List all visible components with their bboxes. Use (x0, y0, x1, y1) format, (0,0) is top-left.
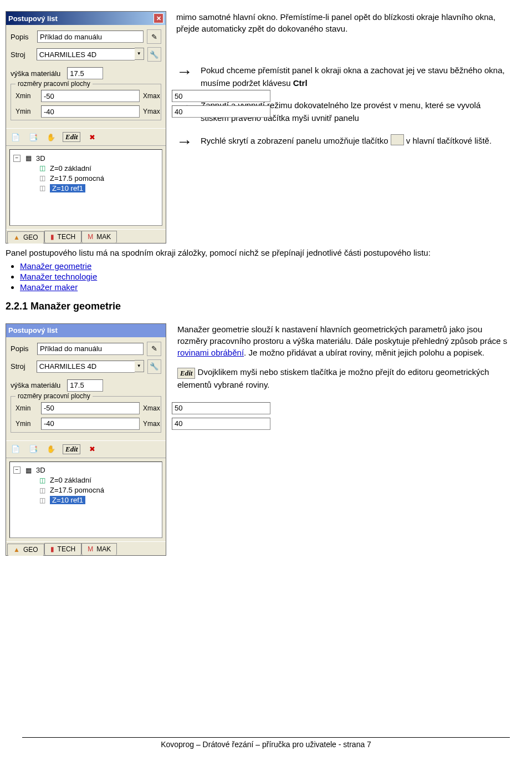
link-rovinami-obrabeni[interactable]: rovinami obrábění (177, 348, 244, 357)
rozmery-legend: rozměry pracovní plochy (16, 392, 93, 400)
wrench-icon[interactable]: 🔧 (147, 47, 161, 62)
plane-icon: ◫ (38, 486, 47, 495)
stroj-value[interactable] (37, 48, 135, 60)
plane-tree[interactable]: − ▦ 3D ◫ Z=0 základní ◫ Z=17.5 pomocná ◫… (9, 149, 162, 226)
popis-input[interactable] (37, 31, 144, 43)
wrench-icon[interactable]: 🔧 (147, 359, 161, 374)
page-footer: Kovoprog – Drátové řezání – příručka pro… (22, 737, 510, 749)
label-xmax: Xmax (143, 92, 168, 100)
rename-icon[interactable]: ✎ (147, 29, 161, 44)
layers-icon: ▦ (24, 466, 33, 475)
rozmery-legend: rozměry pracovní plochy (16, 80, 93, 88)
intro-paragraph: mimo samotné hlavní okno. Přemístíme-li … (176, 11, 510, 34)
label-ymin: Ymin (16, 108, 38, 115)
delete-icon[interactable]: ✖ (86, 443, 98, 455)
panel-titlebar[interactable]: Postupový list (6, 324, 166, 337)
tree-item[interactable]: Z=0 základní (50, 164, 91, 173)
tab-label: TECH (58, 233, 76, 241)
stroj-combobox[interactable]: ▼ (37, 361, 144, 373)
mak-icon: M (88, 233, 93, 241)
tab-label: GEO (23, 546, 38, 554)
tab-geo[interactable]: ▲ GEO (7, 544, 44, 556)
label-vyska: výška materiálu (11, 69, 60, 78)
tab-label: TECH (58, 545, 76, 553)
plane-icon: ◫ (38, 164, 47, 173)
ctrl-key: Ctrl (293, 78, 308, 88)
chevron-down-icon[interactable]: ▼ (135, 48, 144, 60)
ymin-input[interactable] (41, 418, 140, 430)
text-span: Manažer geometrie slouží k nastavení hla… (177, 324, 507, 346)
xmin-input[interactable] (41, 90, 140, 102)
link-manazer-maker[interactable]: Manažer maker (20, 282, 78, 292)
label-xmin: Xmin (16, 404, 38, 412)
rename-icon[interactable]: ✎ (147, 342, 161, 356)
panel-title: Postupový list (8, 326, 163, 334)
panel-toolbar: 📄 📑 ✋ Edit ✖ (6, 440, 166, 458)
label-ymax: Ymax (143, 108, 168, 115)
hand-icon[interactable]: ✋ (45, 131, 57, 143)
tab-tech[interactable]: ▮ TECH (44, 231, 82, 243)
new-plane-icon[interactable]: 📄 (9, 443, 22, 455)
tree-root-label[interactable]: 3D (36, 466, 45, 474)
tree-root-label[interactable]: 3D (36, 154, 45, 163)
arrow-right-icon: → (176, 133, 193, 150)
close-icon[interactable]: ✕ (154, 13, 163, 23)
section-paragraph: Manažer geometrie slouží k nastavení hla… (177, 323, 510, 358)
delete-icon[interactable]: ✖ (86, 131, 98, 143)
edit-button[interactable]: Edit (63, 444, 80, 454)
tab-mak[interactable]: M MAK (81, 543, 117, 555)
ymin-input[interactable] (41, 105, 140, 118)
link-manazer-geometrie[interactable]: Manažer geometrie (20, 261, 91, 271)
panel-toolbar: 📄 📑 ✋ Edit ✖ (6, 128, 166, 146)
tab-tech[interactable]: ▮ TECH (44, 543, 82, 555)
xmax-input[interactable] (172, 90, 270, 102)
add-plane-icon[interactable]: 📑 (27, 443, 39, 455)
expand-collapse-icon[interactable]: − (13, 155, 21, 162)
ymax-input[interactable] (172, 105, 270, 118)
bullet-text: Pokud chceme přemístit panel k okraji ok… (201, 64, 510, 89)
arrow-right-icon: → (176, 63, 193, 80)
hand-icon[interactable]: ✋ (45, 443, 57, 455)
xmin-input[interactable] (41, 402, 140, 414)
expand-collapse-icon[interactable]: − (13, 466, 21, 474)
plane-icon: ◫ (38, 476, 47, 485)
plane-tree[interactable]: − ▦ 3D ◫ Z=0 základní ◫ Z=17.5 pomocná ◫… (9, 461, 162, 538)
label-popis: Popis (11, 344, 34, 353)
tree-item[interactable]: Z=17.5 pomocná (50, 486, 104, 494)
link-manazer-technologie[interactable]: Manažer technologie (20, 272, 97, 281)
xmax-input[interactable] (172, 402, 270, 414)
edit-button[interactable]: Edit (63, 132, 80, 142)
label-xmax: Xmax (143, 404, 168, 412)
tree-item-selected[interactable]: Z=10 ref1 (50, 496, 85, 504)
mak-icon: M (88, 545, 93, 553)
chevron-down-icon[interactable]: ▼ (135, 360, 144, 372)
panel-titlebar[interactable]: Postupový list ✕ (6, 12, 166, 25)
popis-input[interactable] (37, 343, 144, 355)
plane-icon: ◫ (38, 174, 47, 182)
edit-icon: Edit (177, 368, 195, 379)
ymax-input[interactable] (172, 418, 270, 430)
links-list: Manažer geometrie Manažer technologie Ma… (20, 261, 510, 292)
stroj-combobox[interactable]: ▼ (37, 48, 144, 60)
section-text: Manažer geometrie slouží k nastavení hla… (177, 323, 510, 398)
body-text: mimo samotné hlavní okno. Přemístíme-li … (176, 11, 510, 160)
rozmery-fieldset: rozměry pracovní plochy Xmin Xmax Ymin Y… (11, 84, 161, 120)
toggle-panel-icon (391, 134, 404, 145)
panel-tabs: ▲ GEO ▮ TECH M MAK (6, 229, 166, 243)
text-span: Dvojklikem myši nebo stiskem tlačítka je… (177, 367, 489, 389)
text-span: Pokud chceme přemístit panel k okraji ok… (201, 65, 505, 88)
tab-mak[interactable]: M MAK (81, 231, 117, 243)
vyska-input[interactable] (67, 379, 103, 392)
tree-item-selected[interactable]: Z=10 ref1 (50, 184, 85, 192)
tree-item[interactable]: Z=0 základní (50, 476, 91, 484)
panel-title: Postupový list (8, 14, 154, 23)
tree-item[interactable]: Z=17.5 pomocná (50, 174, 104, 182)
postupovy-list-panel: Postupový list ✕ Popis ✎ Stroj ▼ 🔧 (6, 11, 166, 244)
vyska-input[interactable] (67, 67, 103, 79)
add-plane-icon[interactable]: 📑 (27, 131, 39, 143)
tab-geo[interactable]: ▲ GEO (7, 231, 44, 244)
label-stroj: Stroj (11, 362, 33, 371)
tech-icon: ▮ (50, 545, 54, 553)
stroj-value[interactable] (37, 361, 135, 373)
new-plane-icon[interactable]: 📄 (9, 131, 22, 143)
